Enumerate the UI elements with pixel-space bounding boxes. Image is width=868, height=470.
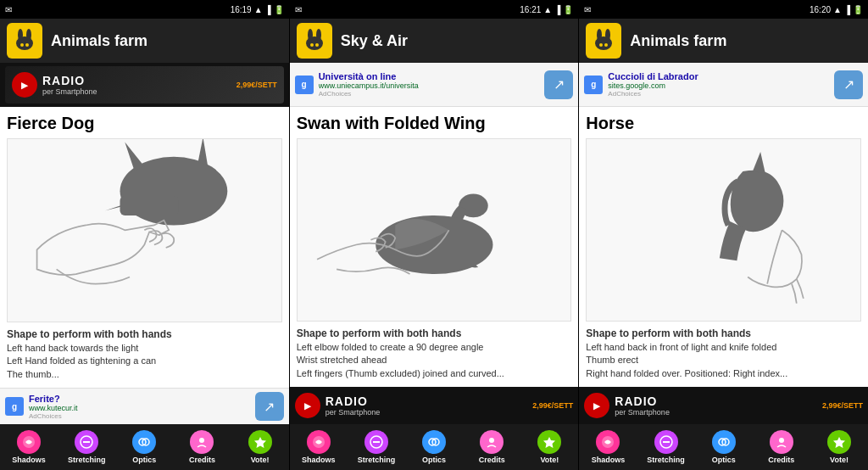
google-icon-2: g [295, 76, 314, 94]
ad-share-btn-3[interactable]: ↗ [834, 70, 863, 99]
ad-link-content-1: Ferite? www.kutecur.it AdChoices [29, 394, 250, 420]
nav-shadows-2[interactable]: Shadows [290, 424, 348, 470]
ad-link-title-3: Cuccioli di Labrador [608, 71, 829, 81]
svg-point-2 [26, 29, 31, 41]
nav-label-stretching-2: Stretching [358, 456, 396, 464]
radio-price-bottom-2: 2,99€/SETT [532, 401, 573, 410]
svg-point-29 [489, 438, 494, 443]
radio-logo-text-bottom-3: RADIO [615, 394, 670, 408]
description-area-1: Shape to perform with both hands Left ha… [7, 327, 282, 381]
description-area-2: Shape to perform with both hands Left el… [297, 327, 572, 380]
bottom-ad-radio-2[interactable]: ▶ RADIO per Smartphone 2,99€/SETT [290, 387, 579, 424]
app-header-2: Sky & Air [290, 19, 579, 63]
desc-line-1-3: Left hand back in front of light and kni… [586, 341, 861, 354]
ad-link-url-3: sites.google.com [608, 81, 829, 90]
ad-banner-google-3[interactable]: g Cuccioli di Labrador sites.google.com … [579, 63, 868, 107]
radio-sub-text-1: per Smartphone [42, 87, 97, 96]
nav-vote-3[interactable]: Vote! [810, 424, 868, 470]
nav-vote-1[interactable]: Vote! [231, 424, 289, 470]
credits-icon-2 [480, 430, 504, 454]
svg-point-34 [599, 43, 603, 47]
nav-vote-2[interactable]: Vote! [520, 424, 578, 470]
bottom-nav-3: Shadows Stretching Optics Credits Vote! [579, 424, 868, 470]
nav-label-optics-3: Optics [712, 456, 736, 464]
nav-optics-2[interactable]: Optics [405, 424, 463, 470]
optics-icon-1 [132, 430, 156, 454]
optics-icon-2 [422, 430, 446, 454]
svg-marker-16 [254, 437, 266, 448]
time-display-1: 16:19 [231, 5, 252, 14]
bottom-ad-link-1[interactable]: g Ferite? www.kutecur.it AdChoices ↗ [0, 388, 289, 424]
ad-banner-google-2[interactable]: g Università on line www.uniecampus.it/u… [290, 63, 579, 107]
svg-point-18 [308, 29, 313, 41]
optics-icon-3 [712, 430, 736, 454]
nav-credits-3[interactable]: Credits [753, 424, 810, 470]
app-title-2: Sky & Air [341, 32, 408, 50]
ad-link-url-1: www.kutecur.it [29, 404, 250, 412]
rabbit-logo-svg-2 [302, 28, 327, 53]
battery-icon-2: 🔋 [563, 5, 573, 14]
bottom-ad-radio-3[interactable]: ▶ RADIO per Smartphone 2,99€/SETT [579, 387, 868, 424]
stretching-icon-3 [654, 430, 678, 454]
fierce-dog-svg [8, 138, 281, 322]
desc-line-3-1: The thumb... [7, 368, 282, 381]
nav-shadows-1[interactable]: Shadows [0, 424, 58, 470]
credits-icon-1 [190, 430, 214, 454]
shadow-image-3 [586, 138, 861, 322]
content-area-1: Fierce Dog [0, 107, 289, 388]
vote-icon-2 [537, 430, 561, 454]
nav-stretching-3[interactable]: Stretching [637, 424, 694, 470]
nav-label-optics-2: Optics [422, 456, 446, 464]
nav-credits-2[interactable]: Credits [463, 424, 520, 470]
animal-title-2: Swan with Folded Wing [297, 114, 572, 133]
svg-point-32 [597, 29, 602, 41]
shadows-icon-1 [17, 430, 41, 454]
nav-label-shadows-3: Shadows [592, 456, 626, 464]
vote-icon-3 [827, 430, 851, 454]
radio-text-bottom-2: RADIO per Smartphone [326, 394, 381, 417]
content-area-3: Horse [579, 107, 868, 387]
radio-text-bottom-3: RADIO per Smartphone [615, 394, 670, 417]
nav-optics-3[interactable]: Optics [695, 424, 753, 470]
rabbit-logo-svg-1 [12, 28, 37, 53]
nav-optics-1[interactable]: Optics [115, 424, 173, 470]
ad-banner-radio-1[interactable]: ▶ RADIO per Smartphone 2,99€/SETT [0, 63, 289, 107]
svg-point-20 [310, 43, 314, 47]
desc-bold-1: Shape to perform with both hands [7, 327, 282, 342]
google-icon-1: g [5, 397, 24, 416]
app-title-3: Animals farm [630, 32, 726, 50]
credits-icon-3 [770, 430, 793, 454]
stretching-icon-2 [364, 430, 388, 454]
nav-stretching-2[interactable]: Stretching [348, 424, 405, 470]
nav-label-vote-3: Vote! [830, 456, 849, 464]
ad-link-title-2: Università on line [319, 71, 540, 81]
status-bar-left-3: ✉ [584, 5, 591, 14]
ad-share-btn-2[interactable]: ↗ [544, 70, 573, 99]
ad-link-title-1: Ferite? [29, 394, 250, 404]
desc-bold-2: Shape to perform with both hands [297, 327, 572, 341]
status-bar-2: ✉ 16:21 ▲ ▐ 🔋 [290, 0, 579, 19]
svg-rect-9 [120, 196, 179, 215]
time-display-2: 16:21 [520, 5, 541, 14]
nav-credits-1[interactable]: Credits [173, 424, 231, 470]
svg-marker-6 [125, 143, 144, 172]
battery-icon-3: 🔋 [853, 5, 863, 14]
ad-share-btn-1[interactable]: ↗ [255, 392, 284, 421]
content-area-2: Swan with Folded Wing [290, 107, 579, 387]
phone-screen-3: ✉ 16:20 ▲ ▐ 🔋 Animals farm g Cuccioli di… [579, 0, 868, 470]
svg-marker-7 [198, 138, 209, 167]
nav-stretching-1[interactable]: Stretching [58, 424, 115, 470]
bottom-nav-1: Shadows Stretching Optics Credits Vote! [0, 424, 289, 470]
desc-line-2-1: Left Hand folded as tightening a can [7, 355, 282, 367]
ad-google-content-2: Università on line www.uniecampus.it/uni… [319, 71, 540, 98]
nav-label-shadows-1: Shadows [12, 456, 46, 464]
nav-shadows-3[interactable]: Shadows [579, 424, 637, 470]
vote-icon-1 [248, 430, 272, 454]
nav-label-credits-1: Credits [189, 456, 215, 464]
ad-choices-3: AdChoices [608, 90, 829, 98]
svg-marker-36 [753, 152, 765, 173]
app-title-1: Animals farm [51, 32, 147, 50]
desc-line-2-3: Thumb erect [586, 354, 861, 366]
desc-bold-3: Shape to perform with both hands [586, 327, 861, 341]
nav-label-stretching-3: Stretching [647, 456, 685, 464]
